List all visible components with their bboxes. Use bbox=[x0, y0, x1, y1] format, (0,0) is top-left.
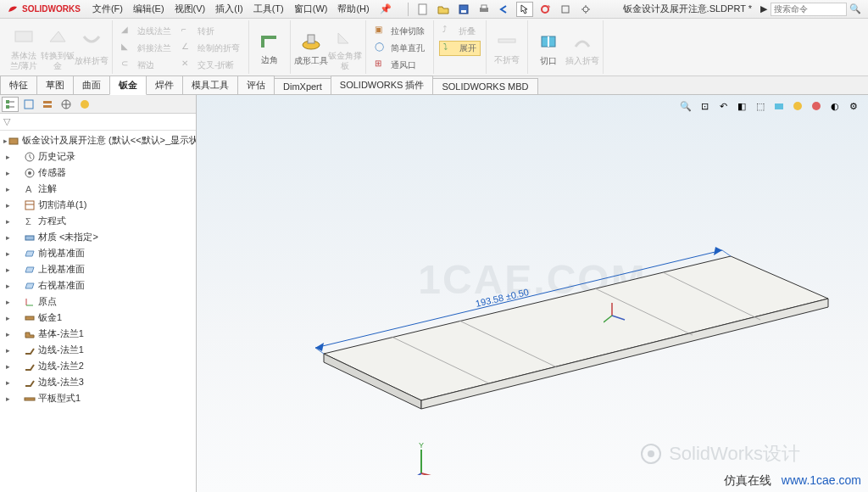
reference-triad-icon: Y X Z bbox=[409, 441, 442, 475]
menu-file[interactable]: 文件(F) bbox=[87, 3, 128, 15]
hide-show-icon[interactable] bbox=[790, 98, 805, 114]
corners-button[interactable]: 边角 bbox=[253, 22, 287, 72]
base-flange-button: 基体法兰/薄片 bbox=[7, 22, 41, 73]
tree-item-label: 边线-法兰3 bbox=[38, 376, 84, 389]
tree-item[interactable]: ▸材质 <未指定> bbox=[0, 229, 196, 245]
feature-manager-panel: ▽ ▸ 钣金设计及展开注意 (默认<<默认>_显示状态 1> ▸历史记录▸传感器… bbox=[0, 95, 197, 492]
display-manager-tab[interactable] bbox=[76, 97, 93, 112]
select-button[interactable] bbox=[516, 2, 533, 17]
tree-item[interactable]: ▸边线-法兰2 bbox=[0, 358, 196, 374]
menu-view[interactable]: 视图(V) bbox=[170, 3, 211, 15]
tree-item-label: 平板型式1 bbox=[38, 392, 81, 405]
apply-scene-icon[interactable]: ◐ bbox=[827, 98, 843, 114]
svg-point-24 bbox=[81, 100, 89, 109]
tree-item[interactable]: ▸历史记录 bbox=[0, 148, 196, 165]
ribbon-group-nobend: 不折弯 bbox=[487, 20, 528, 74]
tab-evaluate[interactable]: 评估 bbox=[237, 75, 275, 94]
tab-addins[interactable]: SOLIDWORKS 插件 bbox=[331, 75, 434, 94]
3d-viewport[interactable]: 🔍 ⊡ ↶ ◧ ⬚ ◐ ⚙ 1CAE.COM bbox=[197, 95, 868, 492]
menu-pin-icon[interactable]: 📌 bbox=[375, 3, 397, 14]
panel-tabs bbox=[0, 95, 196, 114]
open-doc-button[interactable] bbox=[435, 2, 452, 17]
menu-tools[interactable]: 工具(T) bbox=[248, 3, 289, 15]
tree-item[interactable]: ▸切割清单(1) bbox=[0, 197, 196, 213]
tab-sheetmetal[interactable]: 钣金 bbox=[109, 75, 147, 95]
extruded-cut-button[interactable]: ▣拉伸切除 bbox=[371, 24, 428, 39]
view-orientation-icon[interactable]: ⬚ bbox=[753, 98, 768, 114]
svg-rect-25 bbox=[9, 138, 18, 144]
tree-root-label: 钣金设计及展开注意 (默认<<默认>_显示状态 1> bbox=[22, 134, 196, 147]
save-button[interactable] bbox=[455, 2, 472, 17]
tree-item-label: 原点 bbox=[38, 295, 57, 308]
previous-view-icon[interactable]: ↶ bbox=[715, 98, 731, 114]
tree-item-label: 钣金1 bbox=[38, 311, 62, 324]
tab-mbd[interactable]: SOLIDWORKS MBD bbox=[432, 78, 537, 94]
display-style-icon[interactable] bbox=[771, 98, 787, 114]
tree-item[interactable]: ▸原点 bbox=[0, 294, 196, 310]
tree-item[interactable]: ▸平板型式1 bbox=[0, 390, 196, 406]
tree-item-label: 基体-法兰1 bbox=[38, 327, 84, 340]
tab-surfaces[interactable]: 曲面 bbox=[73, 75, 110, 94]
menu-window[interactable]: 窗口(W) bbox=[289, 3, 333, 15]
view-settings-icon[interactable]: ⚙ bbox=[846, 98, 861, 114]
options-icon[interactable] bbox=[557, 2, 574, 17]
simple-hole-button[interactable]: ◯简单直孔 bbox=[371, 41, 428, 56]
property-manager-tab[interactable] bbox=[20, 97, 37, 112]
filter-icon[interactable]: ▽ bbox=[3, 116, 10, 127]
tree-item[interactable]: ▸边线-法兰1 bbox=[0, 342, 196, 358]
search-trigger-icon[interactable]: ▶ bbox=[760, 3, 767, 14]
unfold-button[interactable]: ⤵展开 bbox=[439, 41, 481, 56]
config-manager-tab[interactable] bbox=[39, 97, 56, 112]
svg-point-5 bbox=[542, 6, 548, 13]
rebuild-button[interactable] bbox=[537, 2, 554, 17]
jog-button: ⌐转折 bbox=[178, 24, 243, 39]
tab-dimxpert[interactable]: DimXpert bbox=[274, 78, 331, 94]
svg-point-7 bbox=[583, 7, 588, 12]
tree-item[interactable]: ▸前视基准面 bbox=[0, 245, 196, 261]
tree-item[interactable]: ▸上视基准面 bbox=[0, 261, 196, 277]
edit-appearance-icon[interactable] bbox=[809, 98, 824, 114]
zoom-fit-icon[interactable]: 🔍 bbox=[678, 98, 693, 114]
svg-point-28 bbox=[28, 171, 31, 175]
menu-insert[interactable]: 插入(I) bbox=[210, 3, 248, 15]
svg-line-52 bbox=[722, 250, 731, 256]
new-doc-button[interactable] bbox=[415, 2, 431, 17]
settings-gear-icon[interactable] bbox=[577, 2, 594, 17]
tree-item[interactable]: ▸传感器 bbox=[0, 165, 196, 181]
tree-item[interactable]: ▸钣金1 bbox=[0, 310, 196, 326]
tab-mold-tools[interactable]: 模具工具 bbox=[182, 75, 238, 94]
tree-root[interactable]: ▸ 钣金设计及展开注意 (默认<<默认>_显示状态 1> bbox=[0, 132, 196, 148]
zoom-area-icon[interactable]: ⊡ bbox=[697, 98, 712, 114]
rip-button[interactable]: 切口 bbox=[531, 22, 565, 73]
tab-weldments[interactable]: 焊件 bbox=[146, 75, 183, 94]
feature-tree-tab[interactable] bbox=[2, 97, 19, 112]
search-icon[interactable]: 🔍 bbox=[849, 3, 861, 14]
convert-sheetmetal-button: 转换到钣金 bbox=[41, 22, 75, 73]
tab-features[interactable]: 特征 bbox=[0, 75, 37, 94]
menu-edit[interactable]: 编辑(E) bbox=[128, 3, 170, 15]
svg-rect-15 bbox=[6, 105, 9, 109]
search-input[interactable] bbox=[771, 3, 847, 16]
tree-item-label: 右视基准面 bbox=[38, 279, 85, 292]
tree-item[interactable]: ▸边线-法兰3 bbox=[0, 374, 196, 390]
tab-sketch[interactable]: 草图 bbox=[36, 75, 74, 94]
tree-item[interactable]: ▸右视基准面 bbox=[0, 277, 196, 294]
section-view-icon[interactable]: ◧ bbox=[734, 98, 749, 114]
svg-rect-30 bbox=[25, 201, 34, 210]
tree-item[interactable]: ▸Σ方程式 bbox=[0, 213, 196, 229]
dimxpert-manager-tab[interactable] bbox=[58, 97, 75, 112]
svg-point-40 bbox=[812, 102, 821, 110]
vent-button[interactable]: ⊞通风口 bbox=[371, 58, 428, 73]
undo-button[interactable] bbox=[496, 2, 513, 17]
quick-access-toolbar bbox=[405, 2, 594, 17]
search-box: ▶ 🔍 bbox=[760, 3, 868, 16]
footer-link: 仿真在线 www.1cae.com bbox=[724, 473, 861, 489]
forming-tool-button[interactable]: 成形工具 bbox=[294, 22, 328, 73]
svg-line-54 bbox=[612, 316, 625, 320]
tree-item[interactable]: ▸A注解 bbox=[0, 181, 196, 197]
menu-help[interactable]: 帮助(H) bbox=[332, 3, 374, 15]
tree-item[interactable]: ▸基体-法兰1 bbox=[0, 326, 196, 342]
svg-text:Σ: Σ bbox=[25, 216, 31, 226]
print-button[interactable] bbox=[476, 2, 492, 17]
svg-rect-6 bbox=[562, 6, 569, 13]
